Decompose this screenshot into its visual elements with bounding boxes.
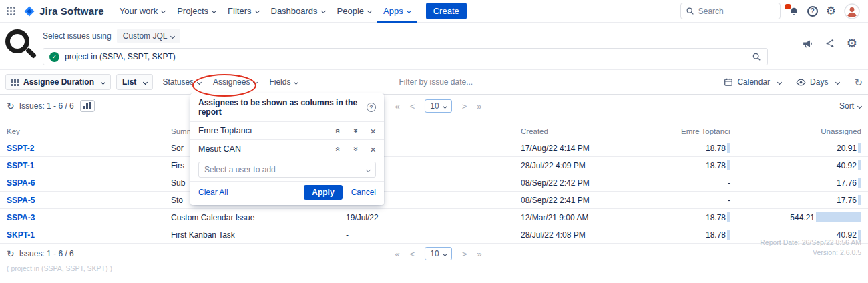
add-user-select[interactable]: Select a user to add	[198, 162, 376, 178]
issue-date-filter-input[interactable]	[399, 77, 532, 87]
chevron-down-icon	[294, 79, 298, 84]
chart-view-button[interactable]	[80, 100, 95, 112]
issues-table: KeySummaryCreatedEmre ToptancıUnassigned…	[0, 124, 868, 244]
clear-all-link[interactable]: Clear All	[198, 188, 228, 197]
filter-fields-button[interactable]: Fields	[265, 75, 302, 89]
panel-footer: Clear All Apply Cancel	[190, 181, 384, 205]
report-type-button[interactable]: Assignee Duration	[5, 74, 111, 90]
chevron-down-icon	[777, 79, 782, 84]
unassigned-duration-cell: 17.76	[736, 192, 868, 209]
sync-refresh-icon[interactable]: ↻	[854, 77, 863, 87]
app-switcher-icon[interactable]	[7, 7, 15, 15]
chevron-down-icon	[366, 167, 371, 172]
days-unit-button[interactable]: Days	[796, 77, 839, 87]
assignee-row: Emre Toptancı««×	[190, 122, 384, 140]
last-page-button[interactable]: »	[477, 101, 481, 111]
chevron-down-icon	[443, 251, 447, 256]
nav-item-projects[interactable]: Projects	[171, 0, 222, 23]
emre-duration-cell: 18.78	[649, 157, 736, 174]
reload-issues-icon[interactable]: ↻	[7, 249, 15, 258]
issues-summary-bar: ↻ Issues: 1 - 6 / 6 « < 10 > » Sort	[0, 95, 868, 117]
prev-page-button[interactable]: <	[410, 101, 415, 111]
query-mode-button[interactable]: Custom JQL	[117, 29, 181, 43]
created-cell: 12/Mar/21 9:00 AM	[515, 209, 649, 226]
created-cell: 08/Sep/22 2:42 PM	[515, 174, 649, 192]
remove-assignee-icon[interactable]: ×	[370, 144, 376, 154]
help-icon[interactable]: ?	[807, 6, 818, 17]
jql-input[interactable]: ✓ project in (SSPA, SSPT, SKPT)	[43, 48, 768, 65]
calendar-icon	[724, 77, 733, 87]
move-top-icon[interactable]: «	[334, 129, 342, 133]
jql-search-icon[interactable]	[752, 52, 761, 61]
table-row: SKPT-1First Kanban Task-28/Jul/22 4:08 P…	[0, 226, 868, 244]
column-header-created: Created	[515, 124, 649, 139]
notification-badge	[785, 4, 791, 9]
panel-header: Assignees to be shown as columns in the …	[190, 93, 384, 122]
toolbar-right: Calendar Days ↻	[724, 77, 863, 87]
next-page-button[interactable]: >	[462, 101, 467, 111]
select-issues-label: Select issues using	[43, 31, 112, 41]
report-settings-gear-icon[interactable]: ⚙	[847, 37, 857, 49]
created-cell: 28/Jul/22 4:08 PM	[515, 226, 649, 244]
emre-duration-cell: 18.78	[649, 209, 736, 226]
nav-item-apps[interactable]: Apps	[377, 0, 417, 23]
page-size-select[interactable]: 10	[425, 247, 451, 260]
calendar-view-button[interactable]: Calendar	[724, 77, 781, 87]
settings-gear-icon[interactable]: ⚙	[826, 5, 836, 17]
cancel-link[interactable]: Cancel	[351, 188, 376, 197]
move-bottom-icon[interactable]: «	[351, 147, 359, 152]
key-cell: SSPA-6	[0, 174, 166, 192]
duration-bar	[727, 160, 730, 170]
move-top-icon[interactable]: «	[334, 147, 342, 152]
reload-issues-icon[interactable]: ↻	[7, 101, 15, 111]
chevron-down-icon	[407, 9, 411, 13]
view-selector-button[interactable]: List	[116, 74, 153, 90]
announcements-megaphone-icon[interactable]	[802, 38, 813, 49]
last-page-button[interactable]: »	[477, 249, 481, 259]
global-search[interactable]	[680, 3, 781, 19]
first-page-button[interactable]: «	[395, 249, 399, 259]
key-cell: SSPA-3	[0, 209, 166, 226]
issue-key-link[interactable]: SKPT-1	[7, 230, 35, 240]
sort-button[interactable]: Sort	[839, 101, 861, 111]
nav-item-dashboards[interactable]: Dashboards	[265, 0, 331, 23]
pagination-top: « < 10 > »	[395, 99, 481, 113]
duration-bar	[858, 160, 861, 170]
search-input[interactable]	[698, 7, 775, 16]
pagination-bottom: « < 10 > »	[395, 247, 481, 260]
issue-key-link[interactable]: SSPT-1	[7, 161, 34, 170]
prev-page-button[interactable]: <	[410, 249, 415, 259]
duration-bar	[816, 212, 861, 222]
page-size-select[interactable]: 10	[425, 99, 451, 113]
notifications-bell-icon[interactable]	[789, 6, 799, 17]
jira-logo[interactable]: Jira Software	[23, 5, 104, 17]
issue-key-link[interactable]: SSPA-5	[7, 196, 35, 205]
nav-item-your-work[interactable]: Your work	[114, 0, 171, 23]
eye-icon	[796, 77, 806, 87]
nav-item-filters[interactable]: Filters	[222, 0, 264, 23]
share-icon[interactable]	[825, 38, 835, 49]
user-avatar[interactable]	[844, 3, 860, 19]
emre-duration-cell: -	[649, 174, 736, 192]
chevron-down-icon	[443, 103, 447, 108]
filter-assignees-button[interactable]: Assignees	[209, 75, 261, 89]
app-logo-magnifier-icon	[5, 29, 40, 64]
issue-key-link[interactable]: SSPA-6	[7, 178, 35, 188]
apply-button[interactable]: Apply	[304, 185, 342, 200]
issue-key-link[interactable]: SSPA-3	[7, 213, 35, 222]
chevron-down-icon	[101, 79, 105, 84]
panel-help-icon[interactable]: ?	[367, 103, 376, 112]
nav-item-people[interactable]: People	[331, 0, 377, 23]
emre-duration-cell: 18.78	[649, 139, 736, 157]
issue-key-link[interactable]: SSPT-2	[7, 144, 34, 153]
table-row: SSPA-5Sto08/Sep/22 2:41 PM-17.76	[0, 192, 868, 209]
assignee-rows: Emre Toptancı««×Mesut CAN««×	[190, 122, 384, 158]
key-cell: SSPT-1	[0, 157, 166, 174]
move-bottom-icon[interactable]: «	[351, 129, 359, 133]
create-button[interactable]: Create	[426, 3, 467, 19]
remove-assignee-icon[interactable]: ×	[370, 126, 376, 136]
chevron-down-icon	[161, 9, 166, 13]
filter-statuses-button[interactable]: Statuses	[158, 75, 205, 89]
first-page-button[interactable]: «	[395, 101, 399, 111]
next-page-button[interactable]: >	[462, 249, 467, 259]
